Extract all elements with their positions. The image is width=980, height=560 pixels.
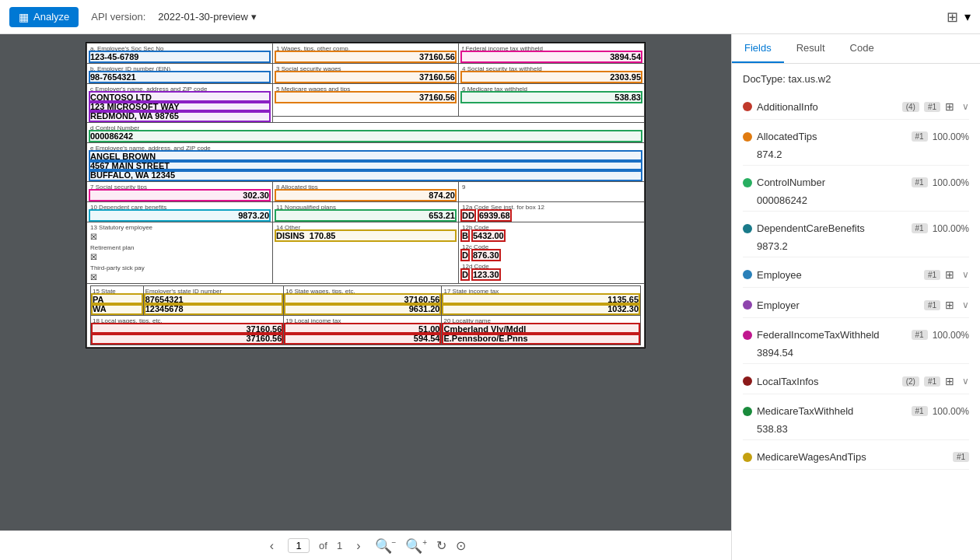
tab-code[interactable]: Code [838, 34, 887, 63]
api-version-value[interactable]: 2022-01-30-preview ▾ [158, 11, 257, 23]
control-number-value: 000086242 [90, 131, 641, 141]
analyze-button[interactable]: ▦ Analyze [9, 7, 79, 27]
doctype-row: DocType: tax.us.w2 [743, 73, 969, 85]
field-item-allocatedtips: AllocatedTips #1 100.00% 874.2 [743, 126, 969, 166]
layers-icon[interactable]: ⊞ [947, 9, 958, 26]
document-canvas[interactable]: a. Employee's Soc Sec No 123-45-6789 1 W… [0, 34, 731, 530]
field-name-employee: Employee [757, 269, 919, 281]
field-confidence-allocatedtips: 100.00% [933, 131, 969, 142]
state1-value: PA [93, 295, 142, 304]
wages-value: 37160.56 [276, 52, 455, 61]
field-dot-dependentcarebenefits [743, 224, 752, 233]
field-table-icon-additionalinfo: ⊞ [945, 100, 954, 113]
field-badge-num-medicaretaxwithheld: #1 [912, 406, 928, 416]
field-dot-federalincometaxwithheld [743, 331, 752, 340]
code12b-code: B [462, 231, 468, 240]
panel-content: DocType: tax.us.w2 AdditionalInfo (4) #1… [732, 64, 980, 560]
fed-tax-value: 3894.54 [462, 52, 641, 61]
field-dot-employer [743, 300, 752, 310]
zoom-in-button[interactable]: 🔍+ [405, 537, 427, 555]
analyze-icon: ▦ [19, 11, 29, 23]
field-badge-num-dependentcarebenefits: #1 [912, 223, 928, 233]
zoom-out-button[interactable]: 🔍− [375, 537, 397, 555]
field-name-medicarewagesandtips: MedicareWagesAndTips [757, 451, 948, 463]
field-header-medicarewagesandtips[interactable]: MedicareWagesAndTips #1 [743, 446, 969, 467]
field-name-employer: Employer [757, 299, 919, 311]
field-header-allocatedtips[interactable]: AllocatedTips #1 100.00% [743, 126, 969, 147]
field-badge-num-controlnumber: #1 [912, 177, 928, 187]
field-item-controlnumber: ControlNumber #1 100.00% 000086242 [743, 172, 969, 212]
topbar-right: ⊞ ▾ [947, 9, 971, 26]
field-name-additionalinfo: AdditionalInfo [757, 101, 898, 113]
prev-page-button[interactable]: ‹ [265, 537, 278, 555]
employer-id-value: 98-7654321 [90, 72, 269, 82]
field-badge-num-employer: #1 [924, 300, 940, 310]
state2-value: WA [93, 304, 142, 313]
field-item-medicaretaxwithheld: MedicareTaxWithheld #1 100.00% 538.83 [743, 401, 969, 440]
employer-addr1-value: 123 MICROSOFT WAY [90, 102, 269, 111]
field-value-controlnumber: 000086242 [743, 193, 969, 209]
code12c-code: D [462, 250, 468, 260]
field-item-employer: Employer #1 ⊞ ∨ [743, 294, 969, 318]
topbar: ▦ Analyze API version: 2022-01-30-previe… [0, 0, 980, 34]
field-header-employee[interactable]: Employee #1 ⊞ ∨ [743, 264, 969, 285]
state2-id: 12345678 [145, 304, 282, 313]
field-confidence-federalincometaxwithheld: 100.00% [933, 330, 969, 341]
code12a-code: DD [462, 211, 474, 220]
field-item-localtaxinfos: LocalTaxInfos (2) #1 ⊞ ∨ [743, 370, 969, 394]
layers-chevron-icon[interactable]: ▾ [964, 9, 971, 24]
field-confidence-medicaretaxwithheld: 100.00% [933, 406, 969, 417]
field-badge-localtaxinfos: (2) [902, 376, 919, 387]
api-dropdown-icon: ▾ [251, 11, 257, 23]
field-item-additionalinfo: AdditionalInfo (4) #1 ⊞ ∨ [743, 96, 969, 120]
tab-result[interactable]: Result [784, 34, 838, 63]
medicare-tax-value: 538.83 [462, 93, 641, 102]
field-header-dependentcarebenefits[interactable]: DependentCareBenefits #1 100.00% [743, 218, 969, 239]
dep-care-value: 9873.20 [90, 211, 269, 220]
other-desc: DISINS 170.85 [276, 231, 455, 240]
alloc-tips-value: 874.20 [276, 191, 455, 200]
state1-id: 87654321 [145, 295, 282, 304]
page-separator: of [319, 540, 327, 551]
next-page-button[interactable]: › [352, 537, 365, 555]
field-header-controlnumber[interactable]: ControlNumber #1 100.00% [743, 172, 969, 193]
page-input[interactable]: 1 [288, 538, 310, 553]
field-badge-num-additionalinfo: #1 [924, 102, 940, 112]
employee-addr1-value: 4567 MAIN STREET [90, 161, 641, 170]
field-confidence-controlnumber: 100.00% [933, 177, 969, 188]
field-header-localtaxinfos[interactable]: LocalTaxInfos (2) #1 ⊞ ∨ [743, 370, 969, 392]
field-chevron-employee[interactable]: ∨ [962, 269, 969, 280]
ss-wages-value: 37160.56 [276, 72, 455, 82]
state1-tax: 1135.65 [443, 295, 639, 304]
analyze-label: Analyze [33, 11, 69, 23]
field-header-employer[interactable]: Employer #1 ⊞ ∨ [743, 294, 969, 316]
reset-button[interactable]: ⊙ [456, 538, 466, 553]
local-wages1: 37160.56 [93, 324, 282, 334]
employee-addr2-value: BUFFALO, WA 12345 [90, 170, 641, 180]
ss-tips-value: 302.30 [90, 191, 269, 200]
field-item-federalincometaxwithheld: FederalIncomeTaxWithheld #1 100.00% 3894… [743, 324, 969, 364]
rotate-button[interactable]: ↻ [436, 538, 446, 553]
field-name-dependentcarebenefits: DependentCareBenefits [757, 222, 907, 234]
field-header-medicaretaxwithheld[interactable]: MedicareTaxWithheld #1 100.00% [743, 401, 969, 422]
field-header-federalincometaxwithheld[interactable]: FederalIncomeTaxWithheld #1 100.00% [743, 324, 969, 345]
field-chevron-localtaxinfos[interactable]: ∨ [962, 376, 969, 387]
field-badge-num-employee: #1 [924, 270, 940, 280]
employer-addr2-value: REDMOND, WA 98765 [90, 111, 269, 121]
field-chevron-additionalinfo[interactable]: ∨ [962, 101, 969, 112]
nonqualified-value: 653.21 [276, 211, 455, 220]
code12d-val: 123.30 [473, 270, 499, 279]
field-item-dependentcarebenefits: DependentCareBenefits #1 100.00% 9873.2 [743, 218, 969, 257]
field-dot-medicaretaxwithheld [743, 407, 752, 416]
code12a-val: 6939.68 [479, 211, 510, 220]
local-tax1: 51.00 [285, 324, 439, 334]
local-tax2: 594.54 [285, 334, 439, 343]
locality1: Cmberland Vly/Mddl [443, 324, 639, 334]
field-confidence-dependentcarebenefits: 100.00% [933, 223, 969, 234]
tab-fields[interactable]: Fields [732, 34, 784, 63]
field-badge-additionalinfo: (4) [902, 102, 919, 112]
medicare-wages-value: 37160.56 [276, 93, 455, 102]
field-chevron-employer[interactable]: ∨ [962, 299, 969, 310]
field-header-additionalinfo[interactable]: AdditionalInfo (4) #1 ⊞ ∨ [743, 96, 969, 117]
document-viewer: a. Employee's Soc Sec No 123-45-6789 1 W… [0, 34, 731, 560]
